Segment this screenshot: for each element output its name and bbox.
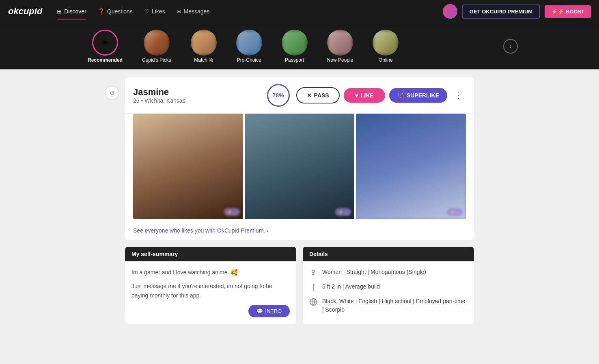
discover-icon: ⊞ <box>57 8 62 15</box>
photo-2[interactable]: ⚡ ... <box>245 114 355 219</box>
passport-thumb <box>282 30 308 56</box>
photo-2-badge: ⚡ ... <box>335 208 351 216</box>
action-buttons: ✕ PASS ♥ LIKE 🏹 SUPERLIKE ⋮ <box>296 87 466 103</box>
category-recommended[interactable]: ☀ Recommended <box>81 26 129 66</box>
detail-background: Black, White | English | High school | E… <box>309 297 468 314</box>
category-pro-choice[interactable]: Pro-Choice <box>230 26 269 66</box>
likes-icon: ♡ <box>144 8 149 15</box>
online-label: Online <box>379 57 393 63</box>
online-thumb <box>373 30 399 56</box>
profile-sections: My self-summary Im a gamer and I love wa… <box>125 247 474 324</box>
profile-name: Jasmine <box>133 87 261 97</box>
profile-name-section: Jasmine 25 • Wichita, Kansas <box>133 87 261 104</box>
heart-icon: ♥ <box>355 92 358 99</box>
pro-choice-thumb <box>236 30 262 56</box>
recommended-thumb: ☀ <box>92 30 118 56</box>
main-content: ↺ Jasmine 25 • Wichita, Kansas 78% ✕ PAS… <box>117 69 482 332</box>
details-header: Details <box>303 247 474 261</box>
chat-icon: 💬 <box>256 308 263 314</box>
like-button[interactable]: ♥ LIKE <box>344 88 385 103</box>
photo-1-badge: ⚡ ... <box>224 208 240 216</box>
boost-button[interactable]: ⚡ ⚡ BOOST <box>545 5 591 18</box>
passport-label: Passport <box>285 57 304 63</box>
category-bar: ☀ Recommended Cupid's Picks Match % Pro-… <box>0 23 599 69</box>
gender-text: Woman | Straight | Monogamous (Single) <box>322 268 426 276</box>
category-new-people[interactable]: New People <box>321 26 360 66</box>
pro-choice-label: Pro-Choice <box>237 57 261 63</box>
details-list: Woman | Straight | Monogamous (Single) 5… <box>309 268 468 314</box>
undo-icon: ↺ <box>110 89 115 97</box>
detail-height: 5 ft 2 in | Average build <box>309 282 468 291</box>
messages-icon: ✉ <box>177 8 181 15</box>
category-passport[interactable]: Passport <box>275 26 314 66</box>
intro-button[interactable]: 💬 INTRO <box>248 305 290 317</box>
photo-3[interactable]: ⚡ ... <box>356 114 466 219</box>
new-people-thumb <box>327 30 353 56</box>
self-summary-header: My self-summary <box>125 247 296 261</box>
profile-header: Jasmine 25 • Wichita, Kansas 78% ✕ PASS … <box>125 78 474 114</box>
nav-likes[interactable]: ♡ Likes <box>139 5 170 18</box>
top-nav: okcupid ⊞ Discover ❓ Questions ♡ Likes ✉… <box>0 0 599 23</box>
pass-button[interactable]: ✕ PASS <box>296 87 340 103</box>
app-logo: okcupid <box>8 6 42 17</box>
background-text: Black, White | English | High school | E… <box>322 297 468 314</box>
cupids-picks-label: Cupid's Picks <box>142 57 171 63</box>
gender-icon <box>309 269 317 277</box>
svg-point-0 <box>312 270 315 273</box>
intro-btn-row: 💬 INTRO <box>131 300 290 317</box>
superlike-button[interactable]: 🏹 SUPERLIKE <box>389 88 447 103</box>
more-options-button[interactable]: ⋮ <box>451 89 466 102</box>
photo-1[interactable]: ⚡ ... <box>133 114 243 219</box>
category-match[interactable]: Match % <box>184 26 223 66</box>
nav-questions[interactable]: ❓ Questions <box>93 5 138 18</box>
nav-items: ⊞ Discover ❓ Questions ♡ Likes ✉ Message… <box>52 5 433 18</box>
nav-right: GET OKCUPID PREMIUM ⚡ ⚡ BOOST <box>443 4 591 19</box>
superlike-icon: 🏹 <box>397 92 404 99</box>
boost-icon: ⚡ <box>551 9 558 15</box>
photo-3-badge: ⚡ ... <box>447 208 463 216</box>
self-summary-section: My self-summary Im a gamer and I love wa… <box>125 247 296 324</box>
category-cupids-picks[interactable]: Cupid's Picks <box>136 26 178 66</box>
bio-line-1: Im a gamer and I love watching anime. 🥰 <box>131 268 290 277</box>
x-icon: ✕ <box>307 92 312 99</box>
self-summary-body: Im a gamer and I love watching anime. 🥰 … <box>125 261 296 324</box>
globe-icon <box>309 298 317 306</box>
nav-messages[interactable]: ✉ Messages <box>172 5 215 18</box>
bio-line-2: Just message me if you're interested, im… <box>131 282 290 300</box>
recommended-label: Recommended <box>88 57 123 63</box>
new-people-label: New People <box>327 57 353 63</box>
premium-link[interactable]: See everyone who likes you with OkCupid … <box>125 224 474 240</box>
match-label: Match % <box>194 57 213 63</box>
premium-button[interactable]: GET OKCUPID PREMIUM <box>462 4 540 19</box>
profile-age-location: 25 • Wichita, Kansas <box>133 97 261 104</box>
photos-grid: ⚡ ... ⚡ ... ⚡ ... <box>125 114 474 224</box>
category-online[interactable]: Online <box>366 26 405 66</box>
recommended-icon: ☀ <box>101 37 110 48</box>
nav-discover[interactable]: ⊞ Discover <box>52 5 91 18</box>
match-percentage-circle: 78% <box>267 84 290 107</box>
chevron-right-icon: › <box>509 43 511 50</box>
user-avatar[interactable] <box>443 4 457 19</box>
profile-card: ↺ Jasmine 25 • Wichita, Kansas 78% ✕ PAS… <box>125 78 474 240</box>
details-section: Details Woman | Straight | Monogamous (S… <box>303 247 474 324</box>
details-body: Woman | Straight | Monogamous (Single) 5… <box>303 261 474 321</box>
questions-icon: ❓ <box>98 8 105 15</box>
match-thumb <box>191 30 217 56</box>
detail-gender: Woman | Straight | Monogamous (Single) <box>309 268 468 277</box>
undo-button[interactable]: ↺ <box>105 86 119 100</box>
cupids-picks-thumb <box>144 30 170 56</box>
height-icon <box>309 283 317 291</box>
height-text: 5 ft 2 in | Average build <box>322 282 380 291</box>
category-next-button[interactable]: › <box>503 39 518 54</box>
